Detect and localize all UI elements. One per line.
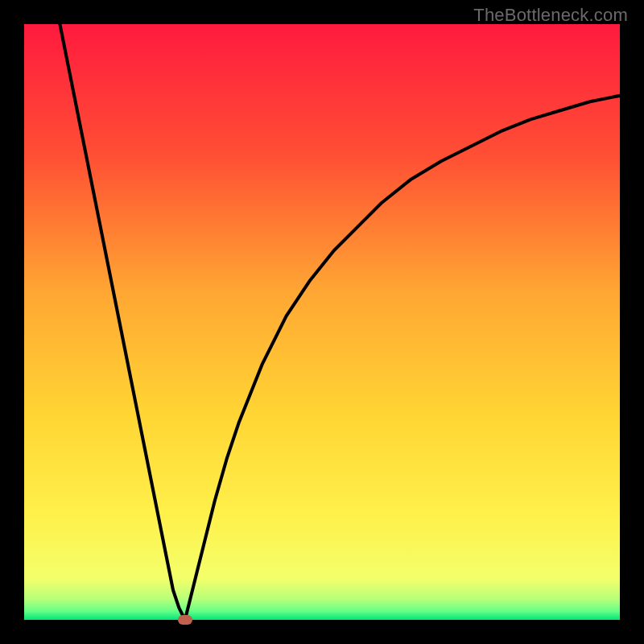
watermark-text: TheBottleneck.com <box>473 5 628 26</box>
plot-area <box>24 24 620 620</box>
curve-overlay <box>24 24 620 620</box>
curve-left-branch <box>60 24 184 620</box>
minimum-marker <box>178 615 192 625</box>
curve-right-branch <box>185 96 620 620</box>
chart-frame: TheBottleneck.com <box>0 0 644 644</box>
